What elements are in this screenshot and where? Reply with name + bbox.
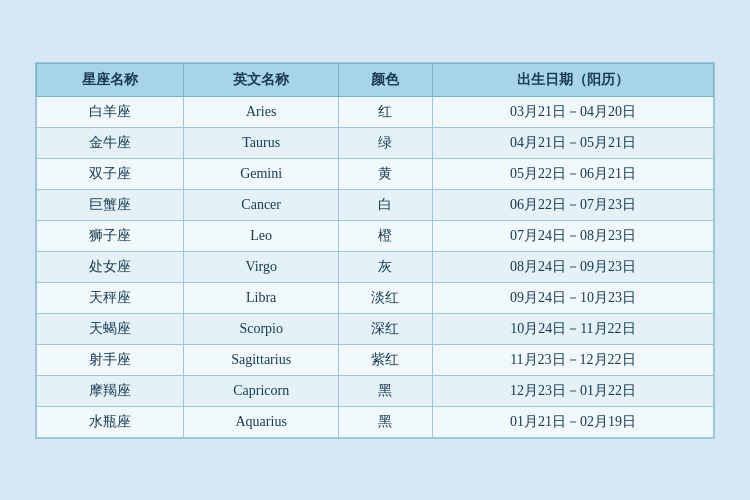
cell-color: 灰 xyxy=(339,251,433,282)
cell-color: 淡红 xyxy=(339,282,433,313)
cell-color: 黑 xyxy=(339,375,433,406)
cell-birth-date: 12月23日－01月22日 xyxy=(432,375,713,406)
table-row: 白羊座Aries红03月21日－04月20日 xyxy=(37,96,714,127)
zodiac-table-container: 星座名称 英文名称 颜色 出生日期（阳历） 白羊座Aries红03月21日－04… xyxy=(35,62,715,439)
table-row: 射手座Sagittarius紫红11月23日－12月22日 xyxy=(37,344,714,375)
cell-birth-date: 01月21日－02月19日 xyxy=(432,406,713,437)
cell-birth-date: 11月23日－12月22日 xyxy=(432,344,713,375)
cell-color: 黄 xyxy=(339,158,433,189)
table-row: 狮子座Leo橙07月24日－08月23日 xyxy=(37,220,714,251)
cell-english-name: Sagittarius xyxy=(184,344,339,375)
cell-birth-date: 09月24日－10月23日 xyxy=(432,282,713,313)
cell-english-name: Aquarius xyxy=(184,406,339,437)
cell-color: 红 xyxy=(339,96,433,127)
header-chinese-name: 星座名称 xyxy=(37,63,184,96)
cell-color: 深红 xyxy=(339,313,433,344)
cell-chinese-name: 狮子座 xyxy=(37,220,184,251)
cell-birth-date: 08月24日－09月23日 xyxy=(432,251,713,282)
table-header-row: 星座名称 英文名称 颜色 出生日期（阳历） xyxy=(37,63,714,96)
table-row: 金牛座Taurus绿04月21日－05月21日 xyxy=(37,127,714,158)
table-row: 天秤座Libra淡红09月24日－10月23日 xyxy=(37,282,714,313)
cell-chinese-name: 巨蟹座 xyxy=(37,189,184,220)
table-row: 水瓶座Aquarius黑01月21日－02月19日 xyxy=(37,406,714,437)
cell-birth-date: 04月21日－05月21日 xyxy=(432,127,713,158)
cell-english-name: Taurus xyxy=(184,127,339,158)
cell-birth-date: 07月24日－08月23日 xyxy=(432,220,713,251)
cell-chinese-name: 处女座 xyxy=(37,251,184,282)
cell-english-name: Cancer xyxy=(184,189,339,220)
table-row: 处女座Virgo灰08月24日－09月23日 xyxy=(37,251,714,282)
table-row: 双子座Gemini黄05月22日－06月21日 xyxy=(37,158,714,189)
cell-chinese-name: 白羊座 xyxy=(37,96,184,127)
header-color: 颜色 xyxy=(339,63,433,96)
cell-color: 黑 xyxy=(339,406,433,437)
cell-chinese-name: 天蝎座 xyxy=(37,313,184,344)
cell-birth-date: 03月21日－04月20日 xyxy=(432,96,713,127)
cell-english-name: Scorpio xyxy=(184,313,339,344)
header-birth-date: 出生日期（阳历） xyxy=(432,63,713,96)
header-english-name: 英文名称 xyxy=(184,63,339,96)
table-body: 白羊座Aries红03月21日－04月20日金牛座Taurus绿04月21日－0… xyxy=(37,96,714,437)
zodiac-table: 星座名称 英文名称 颜色 出生日期（阳历） 白羊座Aries红03月21日－04… xyxy=(36,63,714,438)
cell-english-name: Aries xyxy=(184,96,339,127)
cell-english-name: Gemini xyxy=(184,158,339,189)
cell-english-name: Libra xyxy=(184,282,339,313)
cell-english-name: Leo xyxy=(184,220,339,251)
cell-birth-date: 05月22日－06月21日 xyxy=(432,158,713,189)
cell-english-name: Capricorn xyxy=(184,375,339,406)
cell-color: 紫红 xyxy=(339,344,433,375)
cell-chinese-name: 水瓶座 xyxy=(37,406,184,437)
cell-color: 白 xyxy=(339,189,433,220)
cell-chinese-name: 双子座 xyxy=(37,158,184,189)
cell-english-name: Virgo xyxy=(184,251,339,282)
table-row: 天蝎座Scorpio深红10月24日－11月22日 xyxy=(37,313,714,344)
table-row: 巨蟹座Cancer白06月22日－07月23日 xyxy=(37,189,714,220)
cell-birth-date: 10月24日－11月22日 xyxy=(432,313,713,344)
cell-birth-date: 06月22日－07月23日 xyxy=(432,189,713,220)
cell-chinese-name: 摩羯座 xyxy=(37,375,184,406)
cell-chinese-name: 天秤座 xyxy=(37,282,184,313)
cell-color: 绿 xyxy=(339,127,433,158)
table-row: 摩羯座Capricorn黑12月23日－01月22日 xyxy=(37,375,714,406)
cell-chinese-name: 金牛座 xyxy=(37,127,184,158)
cell-color: 橙 xyxy=(339,220,433,251)
cell-chinese-name: 射手座 xyxy=(37,344,184,375)
